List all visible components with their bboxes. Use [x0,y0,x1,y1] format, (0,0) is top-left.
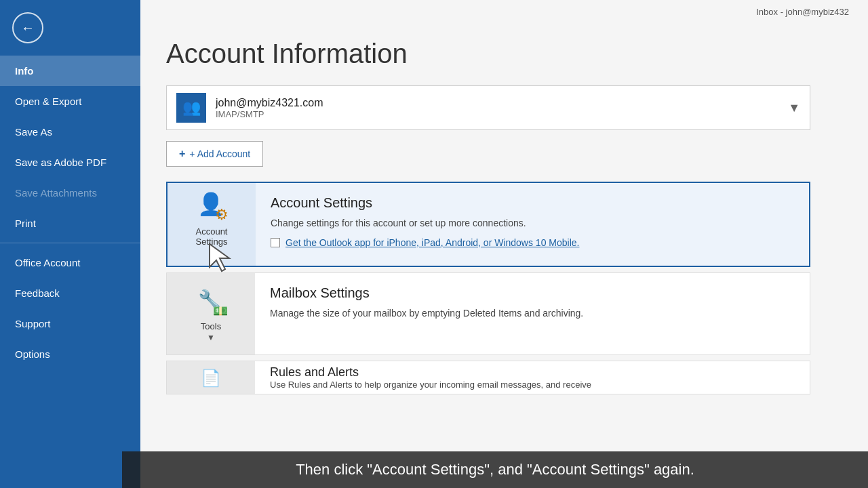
account-settings-card[interactable]: 👤 ⚙ AccountSettings ▼ Account Settings C… [166,182,810,267]
account-selector[interactable]: 👥 john@mybiz4321.com IMAP/SMTP ▼ [166,85,810,130]
sidebar-item-print[interactable]: Print [0,208,140,239]
account-settings-content: Account Settings Change settings for thi… [256,183,594,266]
mailbox-settings-icon-area: 🔧 💵 Tools ▼ [167,273,255,354]
gear-icon: ⚙ [215,206,229,224]
sidebar-nav: Info Open & Export Save As Save as Adobe… [0,56,140,488]
account-settings-dropdown-icon: ▼ [208,248,216,258]
mailbox-settings-card[interactable]: 🔧 💵 Tools ▼ Mailbox Settings Manage the … [166,272,810,355]
sidebar-divider [0,243,140,243]
back-arrow-icon: ← [21,20,35,36]
add-account-label: + Add Account [189,148,250,159]
sidebar-item-open-export[interactable]: Open & Export [0,86,140,117]
rules-content: Rules and Alerts Use Rules and Alerts to… [255,361,606,394]
account-dropdown-arrow-icon: ▼ [788,101,800,115]
sidebar-item-save-attachments: Save Attachments [0,178,140,208]
cards-container: 👤 ⚙ AccountSettings ▼ Account Settings C… [166,182,842,394]
account-settings-icon-area: 👤 ⚙ AccountSettings ▼ [167,183,256,266]
content-area: Account Information 👥 john@mybiz4321.com… [140,20,868,488]
account-settings-composite-icon: 👤 ⚙ [195,191,229,224]
sidebar-item-info[interactable]: Info [0,56,140,86]
sidebar-item-feedback[interactable]: Feedback [0,278,140,308]
mailbox-settings-title: Mailbox Settings [270,285,583,301]
mailbox-settings-content: Mailbox Settings Manage the size of your… [255,273,598,354]
add-account-button[interactable]: + + Add Account [166,141,263,167]
account-details: john@mybiz4321.com IMAP/SMTP [216,97,781,119]
outlook-app-link[interactable]: Get the Outlook app for iPhone, iPad, An… [285,237,579,248]
tooltip-text: Then click "Account Settings", and "Acco… [296,461,694,478]
account-type: IMAP/SMTP [216,109,781,119]
add-icon: + [179,148,185,160]
rules-icon-area: 📄 [167,361,255,394]
tools-icon-label: Tools [201,321,221,331]
header-bar: Inbox - john@mybiz432 [140,0,868,20]
mailbox-tools-composite-icon: 🔧 💵 [194,286,228,319]
inbox-label: Inbox - john@mybiz432 [756,7,849,17]
mailbox-settings-description: Manage the size of your mailbox by empty… [270,306,583,321]
page-title: Account Information [166,39,842,69]
rules-title: Rules and Alerts [270,365,591,380]
back-button[interactable]: ← [12,12,43,43]
sidebar-item-save-adobe[interactable]: Save as Adobe PDF [0,147,140,178]
sidebar-item-save-as[interactable]: Save As [0,117,140,147]
sidebar: ← Info Open & Export Save As Save as Ado… [0,0,140,488]
sidebar-item-office-account[interactable]: Office Account [0,247,140,278]
rules-alerts-card[interactable]: 📄 Rules and Alerts Use Rules and Alerts … [166,361,810,394]
tools-dropdown-icon: ▼ [207,333,215,342]
rules-icon: 📄 [201,369,221,388]
account-email: john@mybiz4321.com [216,97,781,109]
account-icon: 👥 [176,93,206,123]
link-checkbox-icon [271,238,280,247]
account-settings-title: Account Settings [271,195,579,211]
tooltip-bar: Then click "Account Settings", and "Acco… [122,451,868,488]
sidebar-item-support[interactable]: Support [0,308,140,339]
coin-icon: 💵 [213,304,228,319]
main-content: Inbox - john@mybiz432 Account Informatio… [140,0,868,488]
account-settings-icon-label: AccountSettings [196,226,228,247]
account-settings-link-area: Get the Outlook app for iPhone, iPad, An… [271,237,579,248]
rules-description: Use Rules and Alerts to help organize yo… [270,380,591,390]
account-settings-description: Change settings for this account or set … [271,216,579,230]
sidebar-item-options[interactable]: Options [0,339,140,369]
